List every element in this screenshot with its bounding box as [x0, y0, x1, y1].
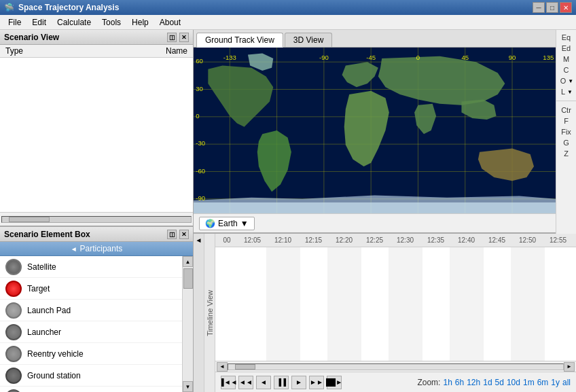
- list-item[interactable]: Reentry vehicle: [0, 343, 182, 365]
- list-item[interactable]: Target: [0, 278, 182, 300]
- map-container: Ground Track View 3D View: [194, 30, 556, 234]
- ruler-tick-1245: 12:45: [482, 236, 512, 244]
- ctrl-pause[interactable]: ▐▐: [274, 376, 289, 389]
- zoom-1y[interactable]: 1y: [551, 378, 560, 387]
- scrollbar-down-button[interactable]: ▼: [183, 381, 193, 392]
- menu-edit[interactable]: Edit: [26, 16, 52, 29]
- sidebar-ed[interactable]: Ed: [560, 43, 572, 53]
- sidebar-g[interactable]: G: [562, 138, 571, 147]
- scroll-track[interactable]: [1, 216, 192, 223]
- participants-label: Participants: [80, 244, 123, 253]
- ctrl-prev-fast[interactable]: ◄◄: [238, 376, 253, 389]
- app-title: Space Trajectory Analysis: [18, 3, 119, 12]
- ctrl-skip-end[interactable]: ██►: [327, 376, 342, 389]
- participants-header[interactable]: ◄ Participants: [0, 242, 193, 256]
- menu-tools[interactable]: Tools: [96, 16, 126, 29]
- sidebar-o-dropdown[interactable]: O ▼: [559, 76, 573, 86]
- scenario-view-close-button[interactable]: ✕: [179, 33, 189, 42]
- item-label-ground: Ground station: [27, 371, 81, 380]
- timeline-scroll-right[interactable]: ►: [564, 362, 575, 372]
- sidebar-eq[interactable]: Eq: [560, 33, 572, 42]
- map-footer: 🌍 Earth ▼: [194, 213, 556, 232]
- zoom-6h[interactable]: 6h: [455, 378, 464, 387]
- title-bar: 🛸 Space Trajectory Analysis ─ □ ✕: [0, 0, 576, 15]
- timeline-label: Timeline View: [206, 290, 214, 336]
- zoom-10d[interactable]: 10d: [507, 378, 520, 387]
- element-box-restore-button[interactable]: ◫: [167, 230, 177, 239]
- zoom-1d[interactable]: 1d: [483, 378, 492, 387]
- zoom-6m[interactable]: 6m: [537, 378, 549, 387]
- list-item[interactable]: Satellite: [0, 256, 182, 278]
- ctrl-play[interactable]: ►: [291, 376, 306, 389]
- list-item[interactable]: Ground station: [0, 365, 182, 387]
- element-box-title: Scenario Element Box: [4, 230, 90, 239]
- timeline-col-3: [389, 247, 422, 361]
- ruler-tick-00: 00: [217, 236, 237, 244]
- scenario-scrollbar[interactable]: [0, 212, 193, 226]
- scenario-view-title: Scenario View: [4, 33, 59, 42]
- element-box-header: Scenario Element Box ◫ ✕: [0, 227, 193, 242]
- col-type: Type: [5, 46, 60, 56]
- expand-arrow-icon: ◄: [71, 245, 77, 253]
- zoom-1m[interactable]: 1m: [523, 378, 535, 387]
- menu-bar: File Edit Calculate Tools Help About: [0, 15, 576, 30]
- reentry-icon: [5, 346, 22, 362]
- sidebar-l: L: [560, 87, 566, 96]
- left-panel: Scenario View ◫ ✕ Type Name S: [0, 30, 194, 392]
- tab-ground-track[interactable]: Ground Track View: [196, 33, 283, 48]
- menu-calculate[interactable]: Calculate: [52, 16, 96, 29]
- table-header: Type Name: [0, 45, 193, 58]
- sidebar-c[interactable]: C: [562, 65, 571, 75]
- list-item[interactable]: Launch Pad: [0, 300, 182, 321]
- satellite-icon: [5, 259, 22, 275]
- timeline-scroll-thumb[interactable]: [235, 364, 255, 370]
- main-content: Scenario View ◫ ✕ Type Name S: [0, 30, 576, 392]
- item-label-launcher: Launcher: [27, 327, 61, 337]
- right-sidebar: Eq Ed M C O ▼ L ▼ Ctr F Fix G Z: [556, 30, 576, 234]
- sidebar-m[interactable]: M: [562, 54, 571, 64]
- ruler-tick-1255: 12:55: [543, 236, 573, 244]
- close-button[interactable]: ✕: [560, 2, 572, 13]
- list-item[interactable]: Mission Arcs: [0, 387, 182, 392]
- ruler-tick-1215: 12:15: [298, 236, 329, 244]
- zoom-5d[interactable]: 5d: [495, 378, 504, 387]
- maximize-button[interactable]: □: [546, 2, 558, 13]
- ruler-tick-1235: 12:35: [420, 236, 451, 244]
- ruler-tick-1210: 12:10: [268, 236, 298, 244]
- element-box-close-button[interactable]: ✕: [179, 230, 189, 239]
- sidebar-fix[interactable]: Fix: [560, 127, 573, 137]
- ctrl-next-fast[interactable]: ►►: [309, 376, 324, 389]
- scrollbar-up-button[interactable]: ▲: [183, 256, 193, 267]
- sidebar-l-arrow-icon: ▼: [567, 89, 573, 95]
- ctrl-prev[interactable]: ◄: [256, 376, 271, 389]
- ctrl-skip-start[interactable]: ▐◄◄: [221, 376, 236, 389]
- scrollbar-track[interactable]: [183, 267, 193, 381]
- ruler-tick-1220: 12:20: [329, 236, 359, 244]
- zoom-12h[interactable]: 12h: [467, 378, 480, 387]
- timeline-col-4: [450, 247, 484, 361]
- sidebar-z[interactable]: Z: [562, 149, 570, 158]
- earth-selector[interactable]: 🌍 Earth ▼: [199, 217, 255, 230]
- timeline-scroll-track[interactable]: [228, 363, 564, 370]
- menu-help[interactable]: Help: [126, 16, 154, 29]
- earth-label: Earth: [218, 219, 238, 228]
- zoom-all[interactable]: all: [562, 378, 571, 387]
- sidebar-f[interactable]: F: [562, 116, 570, 126]
- sidebar-l-dropdown[interactable]: L ▼: [560, 87, 573, 96]
- scenario-view-restore-button[interactable]: ◫: [167, 33, 177, 42]
- menu-file[interactable]: File: [3, 16, 26, 29]
- timeline-collapse-button[interactable]: ◄: [194, 234, 204, 392]
- scrollbar-thumb[interactable]: [183, 268, 193, 289]
- zoom-1h[interactable]: 1h: [443, 378, 452, 387]
- timeline-scroll-left[interactable]: ◄: [217, 362, 228, 372]
- timeline-controls: ▐◄◄ ◄◄ ◄ ▐▐ ► ►► ██► Zoom: 1h 6h 12h 1d …: [215, 372, 576, 392]
- sidebar-ctr[interactable]: Ctr: [560, 105, 573, 115]
- scenario-view-controls: ◫ ✕: [167, 33, 189, 42]
- scroll-thumb[interactable]: [9, 217, 50, 222]
- target-icon: [5, 281, 22, 297]
- tab-3d-view[interactable]: 3D View: [285, 33, 332, 47]
- minimize-button[interactable]: ─: [533, 2, 545, 13]
- menu-about[interactable]: About: [154, 16, 186, 29]
- list-item[interactable]: Launcher: [0, 321, 182, 343]
- ruler-tick-1230: 12:30: [390, 236, 420, 244]
